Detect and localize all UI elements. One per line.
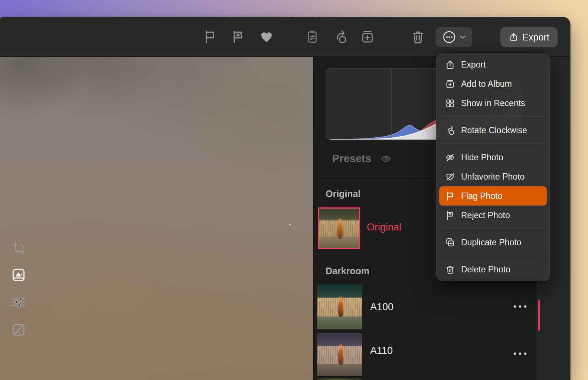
menu-item-label: Export bbox=[461, 60, 486, 70]
preset-thumbnail-a110[interactable] bbox=[317, 333, 362, 376]
filmstrip-tool-icon[interactable] bbox=[10, 266, 27, 284]
export-button[interactable]: Export bbox=[500, 27, 558, 47]
adjustments-tool-icon[interactable] bbox=[10, 294, 27, 311]
preset-more-options-a100[interactable] bbox=[514, 304, 526, 309]
menu-item-label: Flag Photo bbox=[461, 191, 502, 201]
toolbar: Export bbox=[0, 17, 570, 56]
menu-divider bbox=[441, 117, 545, 117]
circle-ellipsis-icon bbox=[442, 30, 456, 44]
favorite-heart-icon[interactable] bbox=[258, 29, 275, 45]
scroll-indicator[interactable] bbox=[538, 299, 540, 331]
hare-subject bbox=[337, 223, 343, 239]
more-options-button[interactable] bbox=[435, 27, 472, 47]
thumb-ground bbox=[317, 317, 362, 329]
menu-item-delete-photo[interactable]: Delete Photo bbox=[439, 260, 547, 279]
crop-tool-icon[interactable] bbox=[10, 240, 27, 257]
menu-item-label: Show in Recents bbox=[461, 98, 525, 108]
preset-more-options-a110[interactable] bbox=[514, 351, 526, 357]
preset-label-a110[interactable]: A110 bbox=[370, 345, 393, 357]
presets-header: Presets bbox=[332, 153, 393, 165]
menu-item-unfavorite-photo[interactable]: Unfavorite Photo bbox=[439, 167, 547, 186]
preset-label-original[interactable]: Original bbox=[367, 222, 401, 233]
grid-icon bbox=[444, 98, 455, 109]
delete-icon[interactable] bbox=[410, 29, 426, 45]
preset-thumbnail-original[interactable] bbox=[318, 207, 360, 249]
context-menu: Export Add to Album Show in Recents Rota… bbox=[436, 53, 550, 281]
heart-slash-icon bbox=[444, 171, 455, 182]
eye-slash-icon bbox=[444, 152, 455, 163]
hare-subject bbox=[338, 301, 343, 317]
flag-x-icon bbox=[444, 210, 455, 221]
menu-item-rotate-clockwise[interactable]: Rotate Clockwise bbox=[439, 121, 547, 140]
menu-item-label: Reject Photo bbox=[461, 210, 510, 220]
share-icon bbox=[444, 59, 455, 70]
preset-thumbnail-a100[interactable] bbox=[317, 284, 362, 329]
menu-divider bbox=[441, 144, 545, 144]
duplicate-icon bbox=[444, 237, 455, 248]
menu-item-label: Duplicate Photo bbox=[461, 238, 521, 248]
thumb-ground bbox=[317, 364, 362, 376]
menu-item-reject-photo[interactable]: Reject Photo bbox=[439, 206, 547, 225]
presets-title: Presets bbox=[332, 153, 371, 165]
rotate-clockwise-icon[interactable] bbox=[332, 29, 349, 45]
export-button-label: Export bbox=[522, 32, 549, 43]
menu-item-label: Hide Photo bbox=[461, 153, 503, 163]
preview-eye-icon[interactable] bbox=[379, 153, 393, 165]
chevron-down-icon bbox=[460, 35, 466, 39]
menu-item-flag-photo[interactable]: Flag Photo bbox=[439, 186, 547, 206]
preset-label-a100[interactable]: A100 bbox=[370, 301, 393, 313]
menu-item-duplicate-photo[interactable]: Duplicate Photo bbox=[439, 233, 547, 252]
album-add-icon bbox=[444, 78, 455, 89]
photo-canvas[interactable] bbox=[0, 57, 314, 380]
menu-item-label: Add to Album bbox=[461, 79, 512, 89]
section-title-original: Original bbox=[326, 189, 360, 199]
next-preset-thumbnail-partial bbox=[317, 379, 362, 380]
share-icon bbox=[509, 32, 519, 42]
menu-item-hide-photo[interactable]: Hide Photo bbox=[439, 148, 547, 167]
curves-tool-icon[interactable] bbox=[10, 321, 27, 338]
flag-icon bbox=[444, 190, 455, 202]
menu-item-add-to-album[interactable]: Add to Album bbox=[439, 74, 547, 94]
reject-flag-icon[interactable] bbox=[230, 29, 246, 45]
desktop: Export Presets Original bbox=[0, 0, 588, 380]
hare-subject bbox=[338, 348, 343, 365]
menu-divider bbox=[441, 229, 545, 229]
flag-icon[interactable] bbox=[202, 29, 218, 45]
copy-edits-icon[interactable] bbox=[304, 29, 320, 45]
menu-item-label: Delete Photo bbox=[461, 265, 510, 275]
menu-item-export[interactable]: Export bbox=[439, 55, 547, 74]
menu-item-label: Unfavorite Photo bbox=[461, 172, 525, 182]
section-title-darkroom: Darkroom bbox=[326, 266, 369, 276]
add-to-album-icon[interactable] bbox=[359, 29, 376, 45]
menu-item-show-in-recents[interactable]: Show in Recents bbox=[439, 94, 547, 113]
dust-spot bbox=[289, 224, 291, 225]
trash-icon bbox=[444, 264, 455, 275]
rotate-clockwise-icon bbox=[444, 125, 455, 136]
menu-item-label: Rotate Clockwise bbox=[461, 125, 527, 135]
menu-divider bbox=[441, 256, 545, 256]
